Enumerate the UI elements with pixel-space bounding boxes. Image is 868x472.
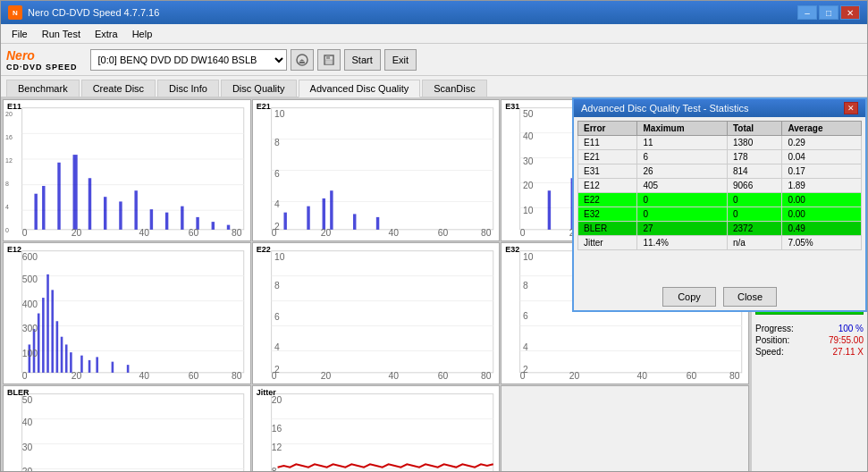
svg-text:6: 6 [274,168,280,178]
tab-scan-disc[interactable]: ScanDisc [422,80,486,97]
svg-rect-78 [51,290,54,372]
svg-text:2: 2 [274,365,280,375]
svg-rect-14 [88,178,91,230]
graph-bler-label: BLER [7,388,29,397]
svg-text:6: 6 [523,312,528,322]
stats-e21-error: E21 [578,150,637,164]
stats-e11-error: E11 [578,136,637,150]
stats-e11-avg: 0.29 [782,136,862,150]
svg-text:20: 20 [72,371,82,381]
svg-rect-33 [283,213,286,230]
svg-rect-20 [181,206,183,230]
svg-rect-38 [375,217,378,230]
svg-rect-77 [46,274,49,373]
exit-button[interactable]: Exit [384,49,417,71]
stats-buttons: Copy Close [574,283,865,310]
svg-text:2: 2 [523,365,528,375]
svg-text:600: 600 [22,252,38,262]
svg-text:8: 8 [271,468,276,471]
svg-text:8: 8 [523,281,528,291]
minimize-button[interactable]: – [797,5,817,20]
svg-text:10: 10 [523,206,534,215]
stats-jitter-avg: 7.05% [782,236,862,250]
app-icon: N [8,5,22,20]
nero-logo-top: Nero [6,48,78,63]
stats-e31-avg: 0.17 [782,164,862,179]
menu-help[interactable]: Help [125,27,160,41]
svg-text:60: 60 [189,228,199,238]
svg-text:80: 80 [232,228,242,238]
svg-text:20: 20 [320,371,331,381]
progress-label: Progress: [755,324,794,333]
svg-text:2: 2 [274,222,280,232]
menu-run-test[interactable]: Run Test [35,27,88,41]
svg-rect-80 [61,337,63,373]
svg-rect-85 [96,357,98,372]
stats-e22-avg: 0.00 [782,193,862,207]
stats-e11-max: 11 [637,136,727,150]
position-val: 79:55.00 [829,335,864,345]
stats-table-container: Error Maximum Total Average E11 11 1380 … [574,117,865,283]
tab-disc-info[interactable]: Disc Info [157,80,219,97]
tab-create-disc[interactable]: Create Disc [81,80,156,97]
start-button[interactable]: Start [344,49,381,71]
main-window: N Nero CD-DVD Speed 4.7.7.16 – □ ✕ File … [0,0,868,472]
svg-rect-29 [271,108,493,230]
graph-bler: BLER [3,385,251,471]
stats-e12-max: 405 [637,179,727,193]
graph-e11-svg: 0 20 40 60 80 [4,100,250,240]
svg-text:20: 20 [320,228,331,238]
svg-rect-10 [34,194,37,230]
tab-advanced-disc-quality[interactable]: Advanced Disc Quality [299,80,421,97]
graph-e12-label: E12 [7,245,21,254]
svg-rect-5 [22,108,244,230]
svg-rect-86 [112,362,114,373]
save-button[interactable] [317,49,341,71]
svg-text:8: 8 [274,138,280,148]
tab-disc-quality[interactable]: Disc Quality [221,80,297,97]
svg-text:0: 0 [22,228,28,238]
menu-file[interactable]: File [4,27,35,41]
stats-row-e11: E11 11 1380 0.29 [578,136,862,150]
svg-rect-4 [325,60,333,64]
svg-rect-128 [22,394,244,471]
stats-row-e21: E21 6 178 0.04 [578,150,862,164]
stats-e32-avg: 0.00 [782,207,862,222]
svg-rect-23 [227,225,230,230]
speed-row-prog: Speed: 27.11 X [755,347,864,357]
drive-selector: [0:0] BENQ DVD DD DW1640 BSLB [90,49,287,71]
menu-extra[interactable]: Extra [88,27,125,41]
svg-text:20: 20 [72,228,82,238]
svg-rect-16 [119,201,122,229]
svg-rect-18 [150,209,153,230]
nero-logo: Nero CD·DVD SPEED [6,48,78,72]
svg-text:12: 12 [271,442,282,452]
svg-rect-12 [57,163,60,230]
svg-text:80: 80 [232,371,242,381]
stats-e22-total: 0 [727,193,781,207]
position-row: Position: 79:55.00 [755,335,864,345]
stats-close-x-button[interactable]: ✕ [844,102,858,114]
close-button[interactable]: Close [723,287,777,307]
tab-benchmark[interactable]: Benchmark [6,80,80,97]
stats-row-e31: E31 26 814 0.17 [578,164,862,179]
maximize-button[interactable]: □ [819,5,839,20]
eject-button[interactable]: ⏏ [291,49,314,71]
stats-e22-error: E22 [578,193,637,207]
stats-e32-max: 0 [637,207,727,222]
svg-rect-87 [127,365,130,373]
svg-text:40: 40 [22,417,33,427]
svg-rect-84 [88,360,91,373]
copy-button[interactable]: Copy [662,287,716,307]
stats-e21-max: 6 [637,150,727,164]
stats-bler-max: 27 [637,222,727,236]
svg-rect-54 [548,190,551,230]
svg-rect-17 [134,190,137,230]
svg-text:40: 40 [388,371,399,381]
graph-e11: E11 201612840 [3,99,251,241]
close-button[interactable]: ✕ [840,5,860,20]
svg-rect-35 [322,198,324,230]
drive-combo[interactable]: [0:0] BENQ DVD DD DW1640 BSLB [90,49,287,71]
graph-e21-svg: 0 20 40 60 80 10 8 6 4 2 [253,100,500,240]
tab-bar: Benchmark Create Disc Disc Info Disc Qua… [1,76,867,97]
